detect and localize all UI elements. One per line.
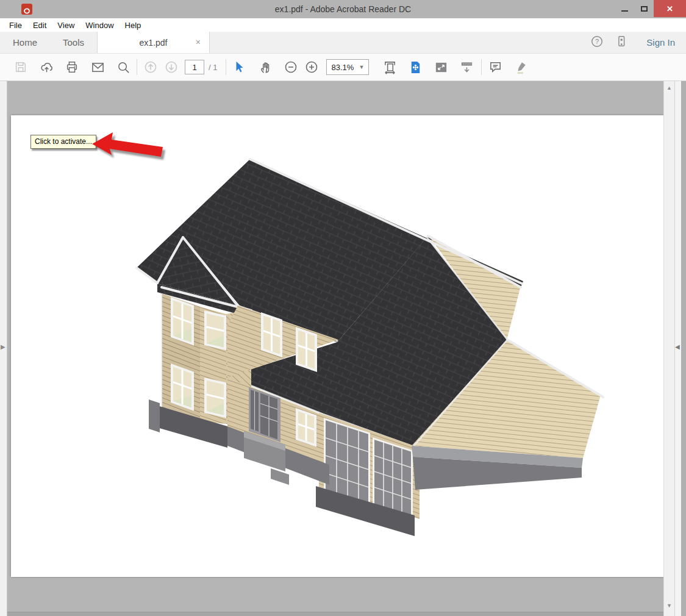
tab-close-icon[interactable]: × <box>196 37 201 47</box>
document-area: ▶ <box>0 81 686 616</box>
page-number-input[interactable] <box>185 60 204 74</box>
red-arrow-annotation <box>87 130 173 164</box>
fit-width-icon[interactable] <box>381 58 398 76</box>
navigation-pane-strip[interactable]: ▶ <box>0 81 7 616</box>
menu-help[interactable]: Help <box>120 21 147 30</box>
main-toolbar: / 1 83.1% ▼ <box>0 54 686 81</box>
porch-step-lower <box>271 468 289 485</box>
tools-pane-toggle-icon[interactable]: ◀ <box>675 343 680 350</box>
menu-view[interactable]: View <box>52 21 80 30</box>
mobile-device-icon[interactable] <box>615 35 628 51</box>
close-button[interactable]: ✕ <box>654 0 686 17</box>
window-second-floor-1 <box>261 312 282 357</box>
page-count-label: / 1 <box>209 63 217 72</box>
fullscreen-icon[interactable] <box>432 58 449 76</box>
zoom-in-icon[interactable] <box>303 58 320 76</box>
window-upper-left <box>171 297 194 346</box>
zoom-out-icon[interactable] <box>282 58 299 76</box>
minimize-button[interactable] <box>615 0 634 17</box>
search-icon[interactable] <box>115 58 132 76</box>
save-icon[interactable] <box>12 58 29 76</box>
sign-in-link[interactable]: Sign In <box>639 37 675 48</box>
scroll-up-icon[interactable]: ▲ <box>664 85 674 91</box>
highlight-icon[interactable] <box>512 58 529 76</box>
menu-bar: File Edit View Window Help <box>0 18 686 32</box>
maximize-button[interactable] <box>634 0 654 17</box>
vertical-scrollbar[interactable]: ▲ ▼ <box>663 81 674 616</box>
hide-toolbar-icon[interactable] <box>458 58 475 76</box>
tab-document[interactable]: ex1.pdf × <box>97 32 210 53</box>
window-bottom-edge <box>7 612 663 616</box>
chevron-down-icon: ▼ <box>359 64 365 70</box>
previous-page-icon[interactable] <box>142 58 159 76</box>
house-3d-rendering[interactable] <box>11 115 663 577</box>
window-title: ex1.pdf - Adobe Acrobat Reader DC <box>0 4 686 14</box>
svg-text:?: ? <box>595 37 599 45</box>
cloud-upload-icon[interactable] <box>38 58 55 76</box>
print-icon[interactable] <box>63 58 80 76</box>
menu-edit[interactable]: Edit <box>27 21 52 30</box>
window-bay-upper <box>204 310 226 350</box>
tab-bar: Home Tools ex1.pdf × ? Sign In <box>0 32 686 54</box>
help-icon[interactable]: ? <box>590 35 604 51</box>
tools-pane-strip[interactable]: ◀ <box>674 81 681 616</box>
window-second-floor-2 <box>296 327 317 372</box>
pdf-page[interactable]: Click to activate... <box>11 115 663 577</box>
zoom-level-dropdown[interactable]: 83.1% ▼ <box>326 59 369 75</box>
fit-page-icon[interactable] <box>407 58 424 76</box>
next-page-icon[interactable] <box>163 58 180 76</box>
left-foundation-block <box>149 399 160 432</box>
nav-pane-toggle-icon[interactable]: ▶ <box>1 343 5 350</box>
menu-window[interactable]: Window <box>80 21 119 30</box>
menu-file[interactable]: File <box>9 21 27 30</box>
tab-tools[interactable]: Tools <box>50 32 97 53</box>
click-to-activate-tooltip[interactable]: Click to activate... <box>30 135 96 149</box>
acrobat-window: ex1.pdf - Adobe Acrobat Reader DC ✕ File… <box>0 0 686 616</box>
title-bar: ex1.pdf - Adobe Acrobat Reader DC ✕ <box>0 0 686 18</box>
zoom-level-value: 83.1% <box>331 63 354 72</box>
select-tool-icon[interactable] <box>231 58 248 76</box>
window-bay-lower <box>204 378 226 418</box>
hand-tool-icon[interactable] <box>257 58 274 76</box>
right-frame-edge <box>681 81 686 616</box>
document-canvas: Click to activate... <box>7 81 663 616</box>
comment-icon[interactable] <box>487 58 504 76</box>
tab-document-label: ex1.pdf <box>140 38 168 48</box>
email-icon[interactable] <box>89 58 106 76</box>
scroll-down-icon[interactable]: ▼ <box>664 603 674 609</box>
tab-home[interactable]: Home <box>0 32 50 53</box>
